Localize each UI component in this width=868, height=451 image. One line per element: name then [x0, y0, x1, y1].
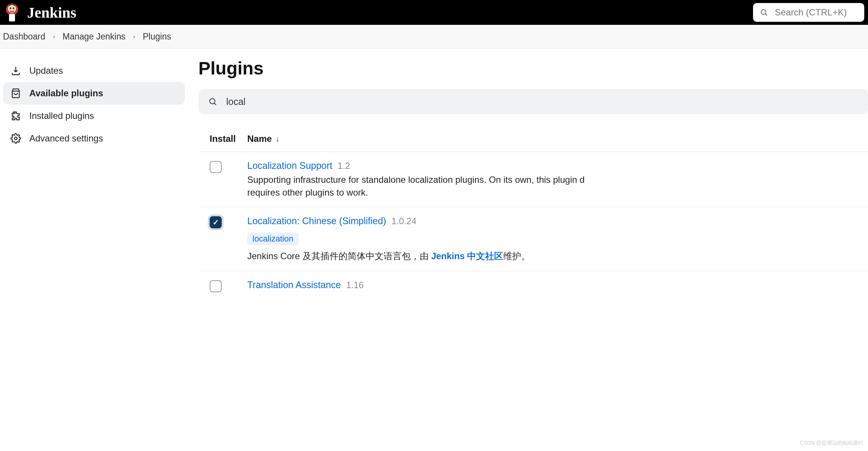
main-layout: Updates Available plugins Installed plug…: [0, 49, 868, 301]
search-icon: [760, 8, 768, 17]
plugin-description: Supporting infrastructure for standalone…: [247, 173, 857, 199]
sidebar-item-advanced-settings[interactable]: Advanced settings: [3, 127, 185, 150]
brand[interactable]: Jenkins: [4, 2, 76, 23]
col-header-name[interactable]: Name ↓: [247, 134, 857, 144]
sidebar: Updates Available plugins Installed plug…: [0, 49, 188, 301]
sidebar-item-available-plugins[interactable]: Available plugins: [3, 82, 185, 105]
install-checkbox[interactable]: [210, 216, 222, 228]
plugin-version: 1.2: [338, 161, 350, 171]
plugin-name-link[interactable]: Localization Support: [247, 160, 333, 171]
breadcrumb-bar: Dashboard › Manage Jenkins › Plugins: [0, 25, 868, 49]
sidebar-item-label: Updates: [29, 65, 63, 76]
jenkins-logo-icon: [4, 2, 20, 23]
puzzle-icon: [11, 111, 21, 121]
plugin-row: Localization: Chinese (Simplified) 1.0.2…: [198, 207, 868, 271]
breadcrumb-manage-jenkins[interactable]: Manage Jenkins: [63, 32, 126, 42]
filter-value: local: [226, 96, 245, 107]
sidebar-item-label: Installed plugins: [29, 111, 94, 121]
sidebar-item-label: Available plugins: [29, 88, 103, 99]
svg-point-7: [15, 137, 17, 140]
breadcrumb-dashboard[interactable]: Dashboard: [3, 32, 45, 42]
plugin-desc-link[interactable]: Jenkins 中文社区: [431, 251, 503, 261]
sidebar-item-label: Advanced settings: [29, 133, 103, 144]
sidebar-item-installed-plugins[interactable]: Installed plugins: [3, 105, 185, 127]
chevron-right-icon: ›: [133, 33, 135, 41]
col-header-install[interactable]: Install: [210, 134, 247, 144]
plugin-description: Jenkins Core 及其插件的简体中文语言包，由 Jenkins 中文社区…: [247, 250, 857, 263]
global-search[interactable]: [753, 3, 864, 22]
plugin-version: 1.0.24: [392, 216, 417, 226]
svg-line-9: [215, 103, 216, 105]
plugin-tag[interactable]: localization: [247, 232, 299, 245]
sidebar-item-updates[interactable]: Updates: [3, 59, 185, 82]
search-icon: [208, 97, 217, 106]
svg-rect-4: [9, 14, 15, 21]
content: Plugins local Install Name ↓ Localizatio…: [188, 49, 868, 301]
plugin-row: Translation Assistance 1.16: [198, 271, 868, 301]
breadcrumb: Dashboard › Manage Jenkins › Plugins: [3, 32, 865, 42]
chevron-right-icon: ›: [53, 33, 55, 41]
plugin-version: 1.16: [346, 280, 364, 290]
sort-arrow-icon: ↓: [275, 135, 279, 143]
search-input[interactable]: [775, 7, 857, 18]
svg-line-6: [765, 14, 767, 15]
install-checkbox[interactable]: [210, 280, 222, 292]
brand-name: Jenkins: [27, 4, 76, 21]
plugin-name-link[interactable]: Localization: Chinese (Simplified): [247, 216, 386, 226]
svg-point-2: [10, 8, 11, 9]
table-header: Install Name ↓: [198, 129, 868, 152]
page-title: Plugins: [198, 58, 868, 79]
svg-point-3: [13, 8, 14, 9]
top-header: Jenkins: [0, 0, 868, 25]
shopping-bag-icon: [11, 88, 21, 99]
svg-point-5: [761, 10, 766, 15]
install-checkbox[interactable]: [210, 161, 222, 173]
breadcrumb-plugins[interactable]: Plugins: [143, 32, 171, 42]
plugin-filter[interactable]: local: [198, 89, 868, 114]
download-icon: [11, 65, 21, 76]
plugin-row: Localization Support 1.2 Supporting infr…: [198, 152, 868, 207]
plugin-name-link[interactable]: Translation Assistance: [247, 279, 341, 290]
gear-icon: [11, 133, 21, 144]
svg-point-8: [210, 99, 215, 104]
